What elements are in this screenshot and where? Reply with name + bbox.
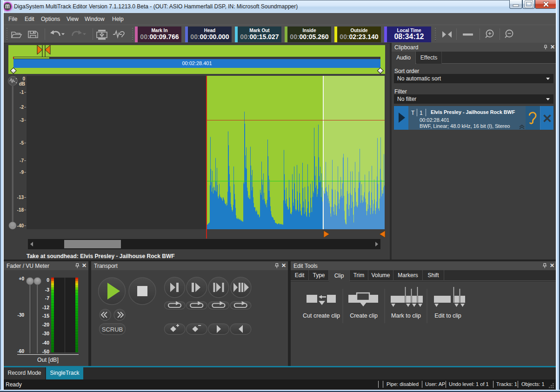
svg-text:Edit to clip: Edit to clip (434, 312, 461, 319)
svg-text:Create clip: Create clip (350, 312, 378, 319)
svg-text:Mark to clip: Mark to clip (391, 312, 421, 319)
svg-text:SCRUB: SCRUB (102, 326, 123, 333)
svg-text:Cut create clip: Cut create clip (303, 312, 340, 319)
